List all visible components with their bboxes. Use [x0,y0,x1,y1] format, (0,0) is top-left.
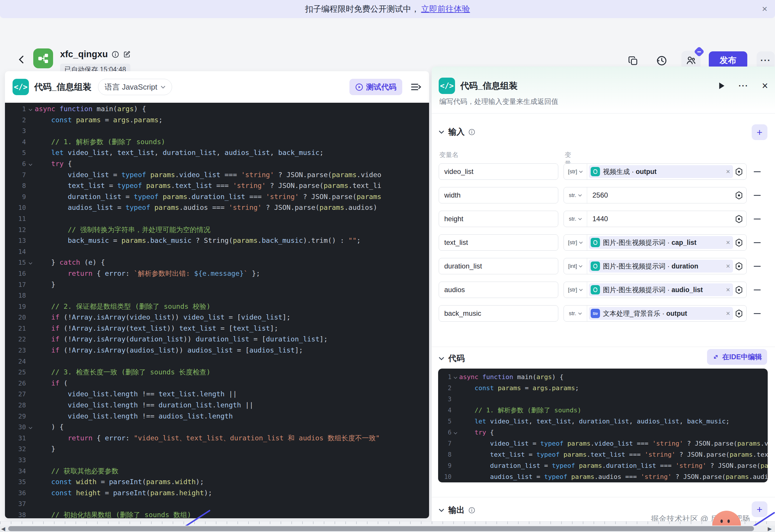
value-settings-icon[interactable] [734,261,744,271]
value-settings-icon[interactable] [734,285,744,295]
back-button[interactable] [16,54,27,65]
banner-link[interactable]: 立即前往体验 [421,3,470,15]
line-number: 32 [5,444,26,455]
line-number: 21 [5,323,26,334]
remove-row-button[interactable] [753,258,761,274]
banner-close-icon[interactable]: × [762,4,767,13]
remove-reference-icon[interactable]: × [726,309,730,318]
fold-icon[interactable] [26,104,35,115]
remove-row-button[interactable] [753,282,761,298]
value-settings-icon[interactable] [734,190,744,200]
remove-row-button[interactable] [753,234,761,251]
code-line: 11 [5,213,429,224]
fold-icon [26,213,35,224]
edit-in-ide-button[interactable]: 在IDE中编辑 [707,349,767,365]
variable-value-input[interactable]: 1440 [589,215,608,223]
variable-value-input[interactable]: 2560 [589,191,608,199]
fold-icon[interactable] [452,427,459,438]
line-number: 12 [5,224,26,235]
chevron-down-icon [579,170,583,173]
input-row: back_music str. Str文本处理_背景音乐 · output× [439,305,768,322]
code-line: 7 video_list = typeof params.video_list … [5,169,429,181]
reference-value-tag[interactable]: 图片-图生视频提示词 · audio_list× [589,284,733,296]
input-row: audios [str] 图片-图生视频提示词 · audio_list× [439,282,768,298]
add-input-button[interactable]: + [752,124,767,140]
fold-icon[interactable] [26,257,35,268]
line-number: 31 [5,433,26,444]
horizontal-scrollbar[interactable]: ◀ ▶ [0,526,775,532]
reference-value-tag[interactable]: 图片-图生视频提示词 · duration× [589,260,733,273]
code-panel-header: </> 代码_信息组装 语言 JavaScript 测试代码 [5,71,429,103]
input-row: text_list [str] 图片-图生视频提示词 · cap_list× [439,234,768,251]
variable-name-input[interactable]: width [439,187,558,203]
type-selector[interactable]: str. [564,187,587,203]
fold-icon [26,136,35,148]
variable-name-input[interactable]: duration_list [439,258,558,274]
chevron-down-icon[interactable] [439,357,444,361]
remove-reference-icon[interactable]: × [726,286,730,294]
chevron-down-icon[interactable] [439,508,444,512]
fold-icon [26,400,35,411]
remove-row-button[interactable] [753,211,761,227]
code-editor[interactable]: 1async function main(args) {2 const para… [5,103,429,518]
variable-name-input[interactable]: audios [439,282,558,298]
reference-value-tag[interactable]: Str文本处理_背景音乐 · output× [589,307,733,320]
code-line: 2 const params = args.params; [5,115,429,126]
type-selector[interactable]: str. [564,211,587,227]
collapse-panel-icon[interactable] [411,83,422,91]
fold-icon [26,115,35,126]
remove-reference-icon[interactable]: × [726,238,730,246]
remove-reference-icon[interactable]: × [726,262,730,270]
value-settings-icon[interactable] [734,309,744,319]
run-node-icon[interactable] [718,82,725,90]
code-line: 25 // 3. 检查长度一致 (删除了 sounds 长度检查) [5,367,429,378]
reference-value-tag[interactable]: 图片-图生视频提示词 · cap_list× [589,236,733,249]
variable-name-input[interactable]: height [439,211,558,227]
line-number: 38 [5,510,26,518]
code-line: 6 try { [5,158,429,169]
reference-value-tag[interactable]: 视频生成 · output× [589,165,733,178]
chevron-down-icon[interactable] [439,130,444,134]
duplicate-icon[interactable] [628,55,639,66]
line-number: 11 [5,213,26,224]
value-settings-icon[interactable] [734,214,744,224]
fold-icon[interactable] [26,158,35,169]
variable-name-input[interactable]: text_list [439,234,558,251]
test-code-button[interactable]: 测试代码 [349,79,402,95]
language-selector[interactable]: 语言 JavaScript [98,79,172,95]
scrollbar-thumb[interactable] [8,526,754,531]
remove-row-button[interactable] [753,163,761,180]
type-selector[interactable]: [str] [564,164,587,179]
variable-name-input[interactable]: video_list [439,163,558,180]
info-icon[interactable] [111,50,119,58]
value-settings-icon[interactable] [734,167,744,176]
input-row: width str. 2560 [439,187,768,203]
fold-icon[interactable] [452,372,459,383]
chevron-down-icon [579,241,583,244]
type-selector[interactable]: [int] [564,258,587,274]
remove-reference-icon[interactable]: × [726,167,730,176]
panel-more-icon[interactable]: ··· [739,81,748,90]
scroll-right-icon[interactable]: ▶ [768,526,772,532]
value-settings-icon[interactable] [734,238,744,247]
code-section-header: 代码 [439,350,465,367]
line-number: 30 [5,422,26,433]
edit-title-icon[interactable] [123,50,131,58]
fold-icon[interactable] [26,422,35,433]
line-number: 22 [5,334,26,345]
code-line: 24 [5,356,429,367]
code-preview-editor[interactable]: 1async function main(args) {2 const para… [438,369,768,482]
variable-name-input[interactable]: back_music [439,305,558,322]
history-icon[interactable] [656,55,667,66]
remove-row-button[interactable] [753,187,761,203]
info-icon[interactable] [468,128,476,136]
info-icon[interactable] [468,507,476,514]
remove-row-button[interactable] [753,305,761,322]
fold-icon [26,312,35,323]
scroll-left-icon[interactable]: ◀ [1,526,5,532]
type-selector[interactable]: [str] [564,282,587,298]
add-output-button[interactable]: + [752,501,767,517]
type-selector[interactable]: str. [564,306,587,321]
type-selector[interactable]: [str] [564,234,587,250]
panel-close-icon[interactable]: × [762,81,768,90]
